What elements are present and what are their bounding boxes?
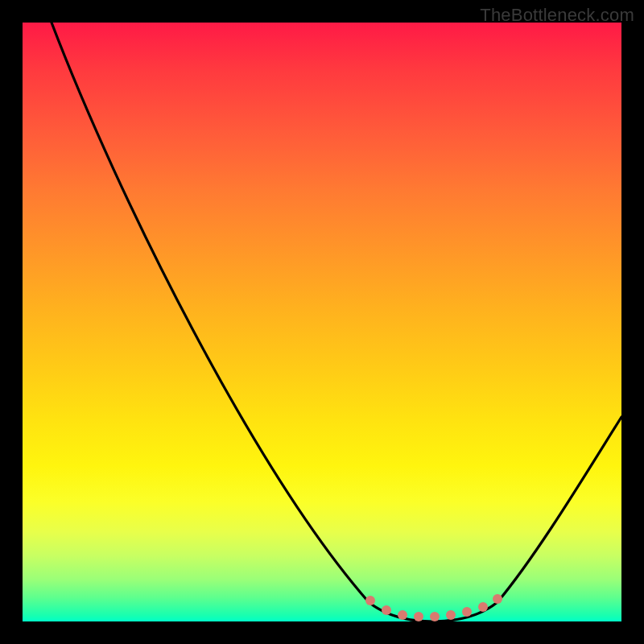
chart-overlay	[23, 23, 621, 621]
watermark-text: TheBottleneck.com	[480, 5, 634, 26]
bottleneck-curve	[52, 23, 621, 621]
